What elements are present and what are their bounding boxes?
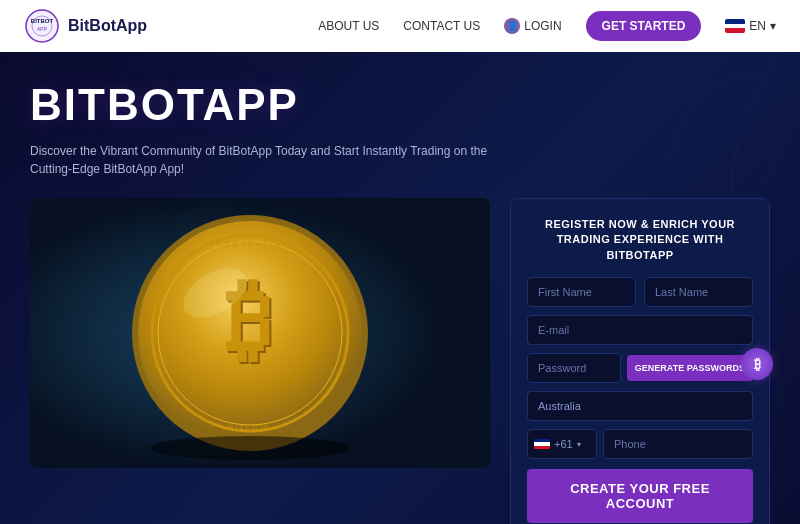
svg-text:BITBOT: BITBOT (31, 18, 54, 24)
bitcoin-image: ₿ ₿ DECENTRALIZED BITCOIN (30, 198, 490, 468)
svg-text:APP: APP (37, 26, 48, 32)
user-icon: 👤 (504, 18, 520, 34)
phone-input[interactable] (603, 429, 753, 459)
phone-code-selector[interactable]: +61 ▾ (527, 429, 597, 459)
svg-point-17 (150, 436, 350, 460)
flag-icon (725, 19, 745, 33)
svg-text:DECENTRALIZED: DECENTRALIZED (201, 240, 298, 247)
phone-chevron-icon: ▾ (577, 440, 581, 449)
register-panel: REGISTER NOW & ENRICH YOUR TRADING EXPER… (510, 198, 770, 524)
nav-about[interactable]: ABOUT US (318, 19, 379, 33)
nav-contact[interactable]: CONTACT US (403, 19, 480, 33)
email-row (527, 315, 753, 345)
generate-passwords-button[interactable]: GENERATE PASSWORDS (627, 355, 753, 381)
coin-decoration: ₿ (741, 348, 773, 380)
get-started-button[interactable]: GET STARTED (586, 11, 702, 41)
login-label: LOGIN (524, 19, 561, 33)
first-name-input[interactable] (527, 277, 636, 307)
password-input[interactable] (527, 353, 621, 383)
phone-row: +61 ▾ (527, 429, 753, 459)
last-name-input[interactable] (644, 277, 753, 307)
bitcoin-svg: ₿ ₿ DECENTRALIZED BITCOIN (30, 198, 490, 468)
phone-code-value: +61 (554, 438, 573, 450)
name-row (527, 277, 753, 307)
logo-icon: BITBOT APP (24, 8, 60, 44)
country-select[interactable]: Australia (527, 391, 753, 421)
register-title: REGISTER NOW & ENRICH YOUR TRADING EXPER… (527, 217, 753, 263)
nav-login[interactable]: 👤 LOGIN (504, 18, 561, 34)
logo-area: BITBOT APP BitBotApp (24, 8, 147, 44)
language-selector[interactable]: EN ▾ (725, 19, 776, 33)
phone-flag-icon (534, 439, 550, 449)
email-input[interactable] (527, 315, 753, 345)
svg-text:BITCOIN: BITCOIN (229, 424, 271, 431)
navbar: BITBOT APP BitBotApp ABOUT US CONTACT US… (0, 0, 800, 52)
logo-text: BitBotApp (68, 17, 147, 35)
chevron-down-icon: ▾ (770, 19, 776, 33)
hero-content: ₿ ₿ DECENTRALIZED BITCOIN REGISTER NOW &… (30, 198, 770, 524)
nav-links: ABOUT US CONTACT US 👤 LOGIN GET STARTED … (318, 11, 776, 41)
hero-subtitle: Discover the Vibrant Community of BitBot… (30, 142, 510, 178)
create-account-button[interactable]: CREATE YOUR FREE ACCOUNT (527, 469, 753, 523)
password-row: GENERATE PASSWORDS ₿ (527, 353, 753, 383)
lang-label: EN (749, 19, 766, 33)
hero-section: BITBOTAPP Discover the Vibrant Community… (0, 52, 800, 524)
